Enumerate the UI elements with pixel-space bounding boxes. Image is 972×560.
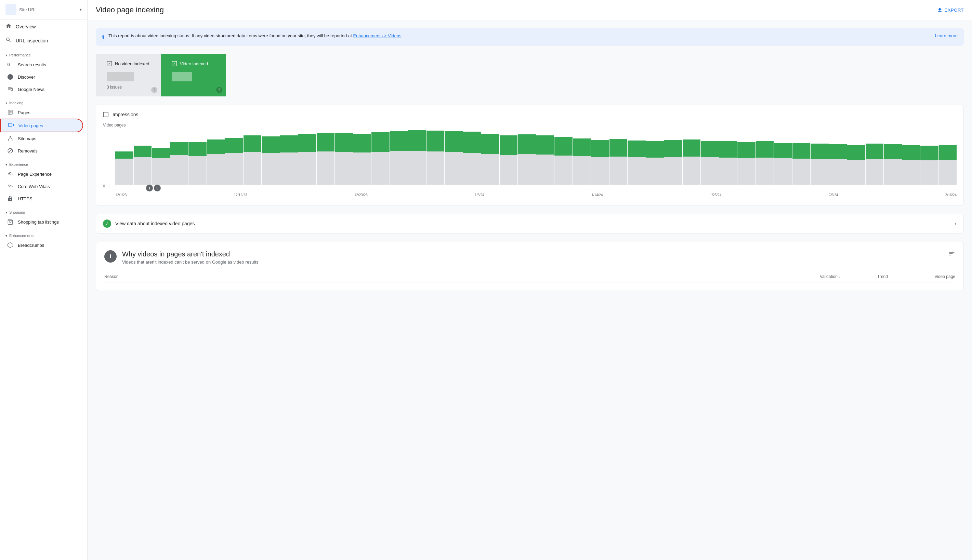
- bar-segment-gray: [719, 158, 737, 185]
- sidebar-item-core-web-vitals[interactable]: Core Web Vitals: [0, 180, 83, 192]
- enhancements-link[interactable]: Enhancements > Videos: [353, 33, 401, 38]
- video-indexed-label: Video indexed: [180, 61, 208, 66]
- sidebar-item-overview[interactable]: Overview: [0, 20, 83, 33]
- pages-icon: [7, 109, 14, 116]
- bar-segment-green: [390, 131, 408, 151]
- svg-point-13: [10, 136, 11, 137]
- sidebar-item-search-results[interactable]: G Search results: [0, 58, 83, 71]
- dropdown-arrow-icon[interactable]: ▾: [80, 7, 82, 12]
- bar-group: [463, 130, 481, 185]
- col-header-validation: Validation ↓: [820, 274, 875, 279]
- sidebar-item-breadcrumbs[interactable]: Breadcrumbs: [0, 239, 83, 251]
- sidebar-header[interactable]: Site URL ▾: [0, 0, 87, 20]
- view-data-label: View data about indexed video pages: [115, 221, 195, 226]
- bar-segment-green: [628, 140, 646, 157]
- x-axis-label: 1/3/24: [475, 193, 484, 197]
- section-enhancements[interactable]: Enhancements: [0, 228, 87, 239]
- bar-segment-gray: [481, 154, 499, 185]
- sidebar-label-pages: Pages: [18, 110, 30, 115]
- bar-group: [262, 130, 280, 185]
- sidebar-label-video-pages: Video pages: [18, 123, 43, 128]
- bar-segment-green: [353, 134, 372, 152]
- section-enhancements-label: Enhancements: [9, 233, 34, 238]
- bar-group: [591, 130, 609, 185]
- video-indexed-help-icon[interactable]: ?: [216, 87, 222, 93]
- chevron-right-icon: ›: [955, 220, 957, 227]
- x-axis-label: 1/14/24: [591, 193, 603, 197]
- bar-segment-gray: [737, 158, 755, 185]
- bar-group: [500, 130, 518, 185]
- section-shopping-label: Shopping: [9, 210, 25, 214]
- sidebar-item-pages[interactable]: Pages: [0, 106, 83, 118]
- bar-group: [792, 130, 810, 185]
- bar-segment-green: [664, 140, 682, 157]
- sidebar-item-video-pages[interactable]: Video pages: [0, 118, 83, 132]
- bar-segment-gray: [683, 157, 701, 185]
- bar-segment-green: [170, 142, 188, 155]
- no-video-label: No video indexed: [115, 61, 149, 66]
- bar-group: [719, 130, 737, 185]
- video-indexed-value-placeholder: [172, 72, 192, 82]
- sidebar: Site URL ▾ Overview URL inspection Perfo…: [0, 0, 88, 560]
- sidebar-item-page-experience[interactable]: Page Experience: [0, 168, 83, 180]
- stat-card-video-indexed: ✓ Video indexed ?: [161, 54, 226, 97]
- bar-segment-gray: [920, 160, 939, 185]
- home-icon: [5, 23, 12, 30]
- no-video-help-icon[interactable]: ?: [151, 87, 157, 93]
- bar-segment-green: [591, 140, 609, 157]
- bar-segment-green: [445, 131, 463, 152]
- banner-text: This report is about video indexing stat…: [108, 33, 404, 38]
- section-shopping[interactable]: Shopping: [0, 205, 87, 216]
- bar-segment-green: [865, 143, 884, 159]
- bar-segment-gray: [792, 158, 810, 185]
- y-axis: 0: [103, 130, 105, 188]
- bar-segment-gray: [170, 155, 188, 185]
- sidebar-item-https[interactable]: HTTPS: [0, 192, 83, 205]
- bar-group: [408, 130, 426, 185]
- bar-segment-gray: [280, 152, 298, 185]
- sidebar-item-discover[interactable]: Discover: [0, 71, 83, 83]
- sidebar-item-sitemaps[interactable]: Sitemaps: [0, 132, 83, 145]
- svg-rect-2: [8, 88, 12, 88]
- bar-group: [810, 130, 829, 185]
- x-axis-label: 12/1/23: [115, 193, 127, 197]
- svg-marker-20: [8, 243, 13, 248]
- annotation-dot-1[interactable]: 1: [146, 185, 153, 192]
- shopping-icon: [7, 218, 14, 225]
- section-indexing[interactable]: Indexing: [0, 95, 87, 106]
- bar-group: [134, 130, 152, 185]
- bar-group: [207, 130, 225, 185]
- bar-segment-gray: [810, 159, 829, 185]
- bar-segment-gray: [243, 152, 262, 185]
- annotation-dot-5[interactable]: 5: [154, 185, 161, 192]
- bar-group: [152, 130, 170, 185]
- stat-card-no-video: ✓ No video indexed 3 issues ?: [96, 54, 161, 97]
- svg-line-17: [10, 137, 12, 140]
- view-data-button[interactable]: ✓ View data about indexed video pages ›: [96, 214, 964, 233]
- bar-segment-gray: [609, 157, 628, 185]
- learn-more-link[interactable]: Learn more: [927, 33, 958, 38]
- sidebar-item-url-inspection[interactable]: URL inspection: [0, 33, 83, 48]
- svg-marker-12: [13, 124, 14, 126]
- bar-segment-gray: [207, 154, 225, 185]
- bar-segment-green: [902, 145, 920, 160]
- filter-icon[interactable]: [949, 250, 955, 259]
- google-g-icon: G: [7, 61, 14, 68]
- lock-icon: [7, 195, 14, 202]
- svg-rect-4: [8, 90, 11, 90]
- export-button[interactable]: EXPORT: [937, 7, 964, 13]
- chart-section: Impressions Video pages 0 1 5: [96, 105, 964, 205]
- impressions-checkbox[interactable]: [103, 112, 108, 117]
- bar-segment-green: [646, 141, 664, 158]
- bar-segment-gray: [939, 160, 957, 185]
- bar-chart: 1 5: [115, 130, 957, 185]
- bar-segment-green: [939, 145, 957, 160]
- bar-group: [390, 130, 408, 185]
- sidebar-item-shopping-tab[interactable]: Shopping tab listings: [0, 216, 83, 228]
- sort-arrow-icon[interactable]: ↓: [839, 275, 841, 278]
- sidebar-item-google-news[interactable]: Google News: [0, 83, 83, 95]
- section-performance[interactable]: Performance: [0, 48, 87, 58]
- sidebar-item-removals[interactable]: Removals: [0, 145, 83, 157]
- section-experience[interactable]: Experience: [0, 157, 87, 168]
- bar-segment-green: [280, 135, 298, 152]
